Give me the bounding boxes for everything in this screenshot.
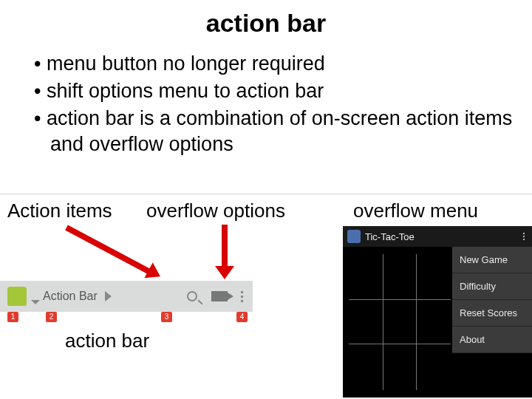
actionbar-callout-markers: 1 2 3 4 (0, 312, 253, 325)
overflow-icon[interactable] (236, 291, 247, 302)
callout-marker: 4 (236, 312, 248, 322)
callout-marker: 1 (7, 312, 18, 322)
menu-item-reset-scores[interactable]: Reset Scores (452, 300, 532, 327)
dropdown-caret-icon (31, 300, 40, 304)
bullet-item: menu button no longer required (34, 51, 517, 77)
bullet-item: action bar is a combination of on-screen… (34, 106, 517, 157)
arrow-head-icon (215, 266, 234, 279)
actionbar-example: Action Bar (0, 281, 253, 312)
app-title: Tic-Tac-Toe (365, 231, 520, 242)
overflow-dropdown-menu: New Game Difficulty Reset Scores About (452, 247, 532, 353)
label-overflow-options: overflow options (146, 200, 285, 222)
menu-item-difficulty[interactable]: Difficulty (452, 273, 532, 300)
tictactoe-board (349, 254, 451, 390)
divider-line (0, 194, 532, 194)
overflow-menu-example: Tic-Tac-Toe New Game Difficulty Reset Sc… (343, 226, 532, 398)
overflow-icon[interactable] (520, 233, 528, 240)
actionbar-caption: action bar (65, 330, 149, 352)
label-overflow-menu: overflow menu (353, 200, 478, 222)
arrow-action-items (65, 225, 154, 276)
arrow-overflow-options (222, 225, 228, 267)
label-action-items: Action items (7, 200, 112, 222)
spinner-indicator-icon (105, 291, 112, 301)
search-icon[interactable] (182, 286, 202, 307)
callout-marker: 2 (46, 312, 57, 322)
app-icon (347, 230, 361, 243)
android-logo-icon (7, 287, 27, 306)
app-icon (4, 284, 30, 309)
bullet-list: menu button no longer required shift opt… (34, 51, 517, 157)
callout-marker: 3 (161, 312, 172, 322)
actionbar-title: Action Bar (43, 290, 98, 303)
menu-item-about[interactable]: About (452, 327, 532, 353)
app-titlebar: Tic-Tac-Toe (343, 226, 532, 247)
menu-item-new-game[interactable]: New Game (452, 247, 532, 273)
camera-icon[interactable] (211, 291, 228, 301)
slide-title: action bar (0, 9, 532, 38)
bullet-item: shift options menu to action bar (34, 78, 517, 104)
